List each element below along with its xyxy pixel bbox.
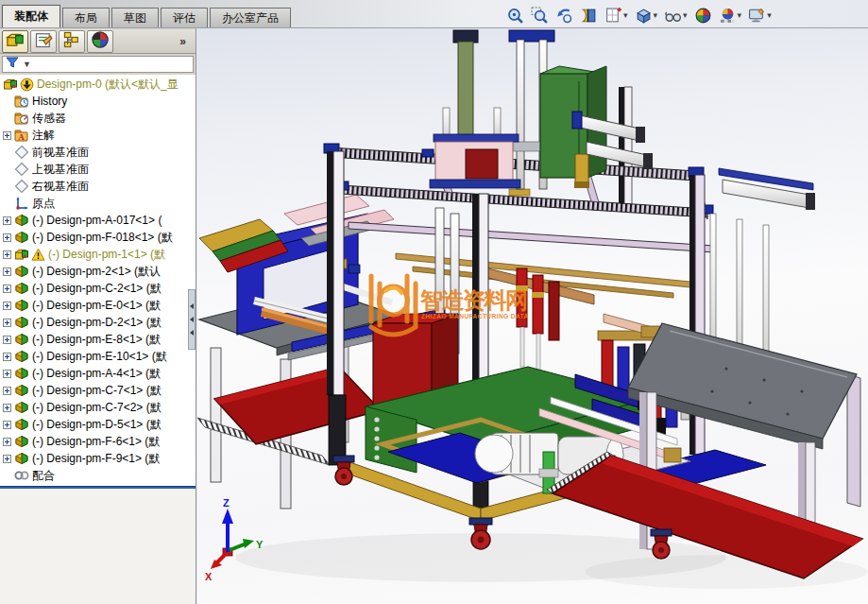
panel-tab-configurationmanager[interactable] bbox=[59, 30, 85, 53]
previous-view-button[interactable] bbox=[553, 5, 575, 26]
apply-scene-dropdown-caret[interactable]: ▾ bbox=[738, 10, 742, 20]
tree-item-label: 上视基准面 bbox=[32, 162, 89, 178]
tree-row[interactable]: 传感器 bbox=[0, 110, 196, 127]
view-orientation-button[interactable]: ▾ bbox=[603, 5, 630, 26]
panel-tab-featuremanager-tree[interactable] bbox=[2, 30, 28, 53]
tree-row[interactable]: (-) Design-pm-1<1> (默 bbox=[0, 246, 196, 263]
tree-row[interactable]: (-) Design-pm-E-0<1> (默 bbox=[0, 297, 196, 314]
expand-toggle[interactable] bbox=[3, 250, 11, 259]
tree-item-label: (-) Design-pm-A-017<1> ( bbox=[32, 214, 162, 227]
mates-icon bbox=[14, 468, 29, 483]
expand-toggle[interactable] bbox=[3, 336, 11, 344]
tree-row[interactable]: History bbox=[0, 93, 196, 110]
expand-toggle[interactable] bbox=[3, 353, 11, 361]
tree-row[interactable]: (-) Design-pm-A-017<1> ( bbox=[0, 212, 196, 229]
hide-show-items-dropdown-caret[interactable]: ▾ bbox=[683, 10, 688, 20]
panel-tab-appearances-manager[interactable] bbox=[87, 30, 113, 53]
tree-item-label: Design-pm-0 (默认<默认_显 bbox=[37, 77, 179, 93]
edit-appearance-button[interactable] bbox=[692, 5, 714, 26]
tree-row[interactable]: 配合 bbox=[0, 467, 196, 484]
configurationmanager-icon bbox=[62, 30, 81, 53]
hide-show-items-icon bbox=[664, 7, 682, 25]
expand-toggle[interactable] bbox=[3, 370, 11, 378]
tree-item-label: (-) Design-pm-E-10<1> (默 bbox=[32, 349, 167, 365]
tree-item-label: History bbox=[32, 95, 67, 108]
plane-icon bbox=[14, 162, 29, 177]
tree-row[interactable]: (-) Design-pm-F-9<1> (默 bbox=[0, 450, 196, 467]
origin-icon bbox=[14, 196, 29, 211]
watermark-title: 智造资料网 bbox=[419, 287, 527, 313]
tree-filter-field[interactable]: ▼ bbox=[2, 56, 194, 73]
expand-toggle[interactable] bbox=[3, 421, 11, 429]
display-style-dropdown-caret[interactable]: ▾ bbox=[654, 10, 658, 20]
tree-row[interactable]: 上视基准面 bbox=[0, 161, 196, 178]
tree-row[interactable]: (-) Design-pm-E-10<1> (默 bbox=[0, 348, 196, 365]
tree-row[interactable]: (-) Design-pm-D-5<1> (默 bbox=[0, 416, 196, 433]
tree-row[interactable]: (-) Design-pm-D-2<1> (默 bbox=[0, 314, 196, 331]
view-orientation-dropdown-caret[interactable]: ▾ bbox=[623, 10, 628, 20]
tree-item-label: (-) Design-pm-D-5<1> (默 bbox=[32, 417, 162, 433]
display-style-button[interactable]: ▾ bbox=[633, 5, 660, 26]
tree-row[interactable]: A注解 bbox=[0, 127, 196, 144]
section-view-icon bbox=[580, 7, 598, 25]
expand-toggle[interactable] bbox=[3, 455, 11, 463]
part-icon bbox=[14, 366, 29, 381]
tree-item-label: 配合 bbox=[32, 468, 55, 484]
expand-toggle[interactable] bbox=[3, 267, 11, 276]
expand-toggle[interactable] bbox=[3, 438, 11, 446]
panel-tab-overflow-chevron[interactable]: » bbox=[179, 35, 186, 48]
tab-layout[interactable]: 布局 bbox=[62, 8, 110, 27]
assembly-icon bbox=[3, 77, 18, 92]
tree-row[interactable]: (-) Design-pm-2<1> (默认 bbox=[0, 263, 196, 280]
expand-toggle[interactable] bbox=[3, 387, 11, 395]
panel-tab-propertymanager[interactable] bbox=[30, 30, 57, 53]
tree-row[interactable]: (-) Design-pm-C-2<1> (默 bbox=[0, 280, 196, 297]
plane-icon bbox=[14, 145, 29, 160]
tree-row[interactable]: 前视基准面 bbox=[0, 144, 196, 161]
tree-row[interactable]: (-) Design-pm-F-018<1> (默 bbox=[0, 229, 196, 246]
view-settings-button[interactable]: ▾ bbox=[746, 5, 774, 26]
sensors-icon bbox=[14, 111, 29, 126]
view-settings-dropdown-caret[interactable]: ▾ bbox=[767, 10, 772, 20]
zoom-to-fit-icon bbox=[506, 7, 524, 25]
tree-row[interactable]: (-) Design-pm-C-7<2> (默 bbox=[0, 399, 196, 416]
part-icon bbox=[14, 213, 29, 228]
tab-evaluate[interactable]: 评估 bbox=[161, 8, 208, 27]
tree-item-label: (-) Design-pm-E-8<1> (默 bbox=[32, 332, 161, 348]
tree-item-label: 原点 bbox=[32, 196, 55, 212]
tab-sketch[interactable]: 草图 bbox=[111, 8, 159, 27]
left-floor-panel bbox=[197, 367, 381, 465]
tree-row[interactable]: (-) Design-pm-E-8<1> (默 bbox=[0, 331, 196, 348]
expand-toggle[interactable] bbox=[3, 233, 11, 242]
zoom-to-area-button[interactable] bbox=[529, 5, 551, 26]
tree-item-label: (-) Design-pm-C-7<2> (默 bbox=[32, 400, 162, 416]
part-icon bbox=[14, 332, 29, 347]
tab-office-products[interactable]: 办公室产品 bbox=[210, 8, 291, 27]
expand-toggle[interactable] bbox=[3, 285, 11, 293]
filter-funnel-icon[interactable] bbox=[6, 56, 19, 73]
tree-row[interactable]: (-) Design-pm-F-6<1> (默 bbox=[0, 433, 196, 450]
tree-row[interactable]: (-) Design-pm-A-4<1> (默 bbox=[0, 365, 196, 382]
tree-row[interactable]: (-) Design-pm-C-7<1> (默 bbox=[0, 382, 196, 399]
filter-caret-icon[interactable]: ▼ bbox=[23, 60, 31, 69]
expand-toggle[interactable] bbox=[3, 216, 11, 225]
hide-show-items-button[interactable]: ▾ bbox=[662, 5, 689, 26]
apply-scene-button[interactable]: ▾ bbox=[717, 5, 744, 26]
tab-assembly[interactable]: 装配体 bbox=[2, 5, 60, 27]
expand-toggle[interactable] bbox=[3, 302, 11, 310]
expand-toggle[interactable] bbox=[3, 319, 11, 327]
machine-3d-view: 智造资料网 ZHIZAO MANUFACTURING DATA Z Y X bbox=[197, 28, 868, 604]
expand-toggle[interactable] bbox=[3, 404, 11, 412]
zoom-to-fit-button[interactable] bbox=[504, 5, 526, 26]
part-icon bbox=[14, 434, 29, 449]
part-icon bbox=[14, 298, 29, 313]
section-view-button[interactable] bbox=[578, 5, 600, 26]
tree-row[interactable]: Design-pm-0 (默认<默认_显 bbox=[0, 76, 196, 93]
part-icon bbox=[14, 417, 29, 432]
expand-toggle[interactable] bbox=[3, 131, 11, 140]
tree-row[interactable]: 原点 bbox=[0, 195, 196, 212]
graphics-viewport[interactable]: 智造资料网 ZHIZAO MANUFACTURING DATA Z Y X bbox=[197, 28, 868, 604]
tree-row[interactable]: 右视基准面 bbox=[0, 178, 196, 195]
panel-collapse-handle[interactable] bbox=[188, 289, 196, 350]
featuremanager-panel: » ▼ Design-pm-0 (默认<默认_显History传感器A注解前视基… bbox=[0, 28, 196, 604]
